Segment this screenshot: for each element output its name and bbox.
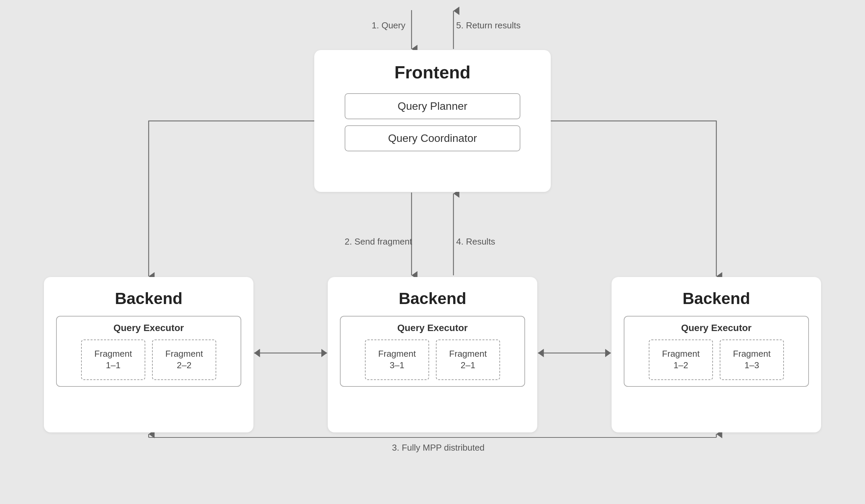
fragments-row-left: Fragment1–1 Fragment2–2 [81, 340, 216, 380]
query-planner-box: Query Planner [345, 93, 520, 119]
executor-title-right: Query Executor [681, 323, 752, 333]
frontend-box: Frontend Query Planner Query Coordinator [314, 50, 551, 192]
executor-title-left: Query Executor [114, 323, 184, 333]
query-coordinator-label: Query Coordinator [388, 132, 477, 144]
fragment-1-2: Fragment1–2 [649, 340, 713, 380]
diagram-container: 1. Query 5. Return results 2. Send fragm… [0, 0, 865, 504]
fragments-row-center: Fragment3–1 Fragment2–1 [365, 340, 500, 380]
backend-title-right: Backend [682, 289, 750, 308]
step1-label: 1. Query [372, 20, 405, 31]
query-planner-label: Query Planner [398, 100, 467, 112]
fragment-3-1: Fragment3–1 [365, 340, 429, 380]
fragment-1-3: Fragment1–3 [720, 340, 784, 380]
fragment-2-2: Fragment2–2 [152, 340, 216, 380]
frontend-title: Frontend [394, 62, 470, 82]
executor-box-right: Query Executor Fragment1–2 Fragment1–3 [624, 316, 809, 387]
executor-box-left: Query Executor Fragment1–1 Fragment2–2 [56, 316, 241, 387]
backend-title-left: Backend [115, 289, 183, 308]
step5-label: 5. Return results [456, 20, 521, 31]
step4-label: 4. Results [456, 236, 495, 247]
fragment-1-1: Fragment1–1 [81, 340, 145, 380]
step2-label: 2. Send fragment [345, 236, 412, 247]
executor-title-center: Query Executor [397, 323, 468, 333]
backend-title-center: Backend [399, 289, 466, 308]
backend-box-right: Backend Query Executor Fragment1–2 Fragm… [612, 277, 821, 432]
executor-box-center: Query Executor Fragment3–1 Fragment2–1 [340, 316, 525, 387]
fragment-2-1: Fragment2–1 [436, 340, 500, 380]
fragments-row-right: Fragment1–2 Fragment1–3 [649, 340, 784, 380]
backend-box-center: Backend Query Executor Fragment3–1 Fragm… [328, 277, 537, 432]
backend-box-left: Backend Query Executor Fragment1–1 Fragm… [44, 277, 253, 432]
query-coordinator-box: Query Coordinator [345, 125, 520, 151]
step3-label: 3. Fully MPP distributed [392, 443, 485, 453]
